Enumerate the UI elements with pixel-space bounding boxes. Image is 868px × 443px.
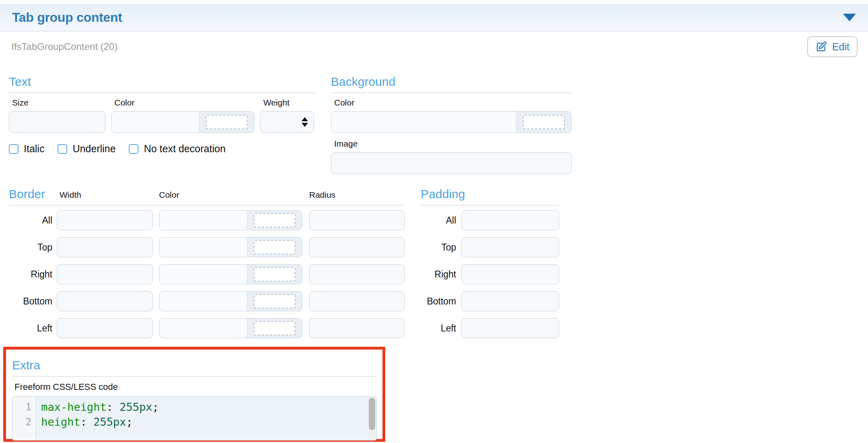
line-number-gutter: 1 2 xyxy=(12,397,36,440)
background-color-input[interactable] xyxy=(331,112,517,132)
text-color-label: Color xyxy=(111,98,254,108)
underline-label: Underline xyxy=(72,143,116,155)
text-section: Text Size Color Weight Italic Underline … xyxy=(9,75,315,155)
border-row-bottom: Bottom xyxy=(9,291,405,311)
border-top-color-input[interactable] xyxy=(159,238,247,257)
background-image-label: Image xyxy=(331,139,572,149)
border-bottom-radius-input[interactable] xyxy=(309,291,405,311)
row-label: Bottom xyxy=(421,296,456,307)
border-all-radius-input[interactable] xyxy=(309,210,405,230)
weight-select[interactable] xyxy=(260,111,314,133)
border-row-right: Right xyxy=(9,264,405,284)
component-selector-label: IfsTabGroupContent (20) xyxy=(11,41,118,52)
border-right-color-field xyxy=(159,264,302,284)
text-size-input[interactable] xyxy=(9,111,105,133)
padding-right-input[interactable] xyxy=(461,264,559,284)
row-label: Right xyxy=(421,269,456,280)
border-left-width-input[interactable] xyxy=(57,318,153,338)
edit-pencil-icon xyxy=(815,41,827,53)
border-right-color-input[interactable] xyxy=(159,265,247,284)
border-left-color-swatch-area[interactable] xyxy=(247,319,302,338)
border-bottom-color-swatch-area[interactable] xyxy=(247,292,302,311)
size-label: Size xyxy=(9,98,105,108)
css-code-editor[interactable]: 1 2 max-height: 255px; height: 255px; xyxy=(12,396,377,441)
line-number: 2 xyxy=(12,414,31,429)
border-bottom-width-input[interactable] xyxy=(57,291,153,311)
text-color-input[interactable] xyxy=(112,112,199,132)
row-label: All xyxy=(421,215,456,226)
padding-row-left: Left xyxy=(421,318,559,338)
padding-row-top: Top xyxy=(421,237,559,257)
background-image-input[interactable] xyxy=(331,152,572,174)
border-all-color-field xyxy=(159,210,302,230)
color-swatch xyxy=(254,321,296,335)
code-area[interactable]: max-height: 255px; height: 255px; xyxy=(36,397,376,440)
background-color-swatch-area[interactable] xyxy=(517,112,571,132)
color-swatch xyxy=(254,294,296,308)
border-row-left: Left xyxy=(9,318,405,338)
extra-section-highlight: Extra Freeform CSS/LESS code 1 2 max-hei… xyxy=(3,347,385,442)
panel-header: Tab group content xyxy=(0,4,868,31)
divider xyxy=(9,205,405,205)
color-swatch xyxy=(254,213,296,228)
border-top-color-swatch-area[interactable] xyxy=(247,238,302,257)
row-label: Left xyxy=(421,323,456,334)
background-section-title: Background xyxy=(331,75,572,89)
border-radius-column-label: Radius xyxy=(309,190,335,200)
chevron-down-icon[interactable] xyxy=(843,14,856,21)
text-color-swatch-area[interactable] xyxy=(199,112,254,132)
color-swatch xyxy=(254,267,296,282)
border-row-top: Top xyxy=(9,237,405,257)
border-all-color-swatch-area[interactable] xyxy=(247,211,302,230)
row-label: Left xyxy=(9,323,52,334)
padding-row-bottom: Bottom xyxy=(421,291,559,311)
padding-left-input[interactable] xyxy=(461,318,559,338)
row-label: All xyxy=(9,215,52,226)
row-label: Top xyxy=(421,242,456,253)
border-left-color-field xyxy=(159,318,302,338)
italic-checkbox[interactable] xyxy=(9,144,19,154)
padding-section: Padding All Top Right Bottom Left xyxy=(421,186,559,338)
text-section-title: Text xyxy=(9,75,315,89)
border-all-color-input[interactable] xyxy=(159,211,247,230)
border-top-width-input[interactable] xyxy=(57,237,153,257)
border-left-radius-input[interactable] xyxy=(309,318,405,338)
no-text-decoration-label: No text decoration xyxy=(144,143,225,155)
padding-section-title: Padding xyxy=(421,187,465,201)
border-top-color-field xyxy=(159,237,302,257)
scrollbar-thumb[interactable] xyxy=(369,398,375,430)
underline-checkbox[interactable] xyxy=(58,144,67,154)
padding-all-input[interactable] xyxy=(461,210,559,230)
border-row-all: All xyxy=(9,210,405,230)
padding-bottom-input[interactable] xyxy=(461,291,559,311)
border-all-width-input[interactable] xyxy=(57,210,153,230)
freeform-css-label: Freeform CSS/LESS code xyxy=(12,382,377,392)
edit-button-label: Edit xyxy=(832,41,849,53)
border-color-column-label: Color xyxy=(159,190,179,200)
border-width-column-label: Width xyxy=(60,190,81,200)
weight-label: Weight xyxy=(260,98,314,108)
border-left-color-input[interactable] xyxy=(159,319,247,338)
border-right-width-input[interactable] xyxy=(57,264,153,284)
background-color-label: Color xyxy=(331,98,572,108)
border-bottom-color-field xyxy=(159,291,302,311)
edit-button[interactable]: Edit xyxy=(807,36,858,57)
color-swatch xyxy=(206,115,248,129)
color-swatch xyxy=(523,115,565,129)
border-right-color-swatch-area[interactable] xyxy=(247,265,302,284)
border-section-title: Border xyxy=(9,187,45,201)
divider xyxy=(12,376,377,377)
color-swatch xyxy=(254,240,296,255)
row-label: Right xyxy=(9,269,52,280)
padding-row-all: All xyxy=(421,210,559,230)
text-color-field xyxy=(111,111,254,133)
border-bottom-color-input[interactable] xyxy=(159,292,247,311)
divider xyxy=(9,93,315,93)
no-text-decoration-checkbox[interactable] xyxy=(129,144,138,154)
padding-top-input[interactable] xyxy=(461,237,559,257)
code-line-1: max-height: 255px; xyxy=(41,400,376,414)
border-top-radius-input[interactable] xyxy=(309,237,405,257)
row-label: Top xyxy=(9,242,52,253)
border-right-radius-input[interactable] xyxy=(309,264,405,284)
border-section: Border Width Color Radius All Top Right xyxy=(9,186,405,338)
